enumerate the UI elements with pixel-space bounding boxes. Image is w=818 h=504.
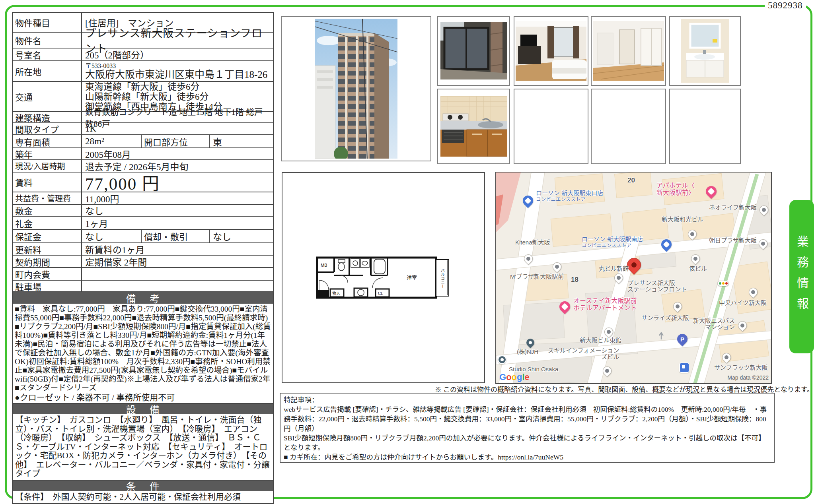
row-label: 所在地 [13, 61, 81, 81]
photo-empty-2 [591, 89, 666, 164]
postal-code: 〒533-0033 [85, 62, 116, 69]
photo-bedroom [514, 16, 588, 86]
table-row: 賃料 77,000 円 [13, 172, 273, 192]
row-label: 町内会費 [13, 268, 81, 280]
row-value: なし [81, 205, 273, 216]
row-label: 間取タイプ [13, 123, 81, 134]
map-label: 新大阪ビル東館 [580, 337, 621, 343]
map-pin-circle [498, 355, 506, 364]
storage-label: 物入 [332, 291, 340, 296]
balcony-label: バルコニー [440, 268, 444, 288]
map-label: 新大阪エスパスマンション [693, 318, 735, 330]
table-row: 契約期間 定期借家 2年間 [13, 255, 273, 267]
map-label: 俵ビル [689, 266, 707, 272]
row-label: 保証金 [13, 230, 81, 242]
table-row: 築年 2005年08月 [13, 147, 273, 159]
room-photo-illustration [593, 21, 664, 81]
map-label: 20 [627, 177, 635, 184]
map-label: (株)NJH [517, 349, 538, 355]
table-row: 町内会費 [13, 267, 273, 280]
map-label: サンライズ新大阪 [641, 315, 689, 321]
row-value: なし [81, 230, 141, 242]
document-id: 5892938 [765, 0, 806, 11]
row-label: 現況/入居時期 [13, 160, 81, 172]
access-line: 山陽新幹線「新大阪」徒歩6分 [85, 92, 209, 102]
property-table: 物件種目 [住居用] マンション 物件名 プレサンス新大阪ステーションフロント … [12, 12, 274, 504]
table-row: 敷金 なし [13, 204, 273, 216]
photo-empty-3 [669, 89, 741, 164]
entrance-photo-illustration [440, 22, 507, 79]
address-cell: 〒533-0033 大阪府大阪市東淀川区東中島１丁目18-26 [81, 61, 273, 81]
access-line: 東海道線「新大阪」徒歩6分 [85, 82, 200, 92]
map-label: 朝日プラザ新大阪 [709, 237, 757, 244]
row-value: 1K [81, 123, 273, 134]
photo-entrance [437, 16, 510, 86]
map-label: 丸ビル新館 [599, 266, 629, 272]
preview-url-link[interactable]: https://onl.la/7uuNeW5 [498, 453, 563, 461]
equipment-block: 【キッチン】 ガスコンロ 【水廻り】 風呂・トイレ・洗面台（独立）・バス・トイレ… [13, 414, 273, 480]
floor-area: 28m² [81, 135, 141, 147]
special-notes-p2: SBI少額短期保険月額800円・リブクラブ月額2,200円の加入が必要になります… [284, 433, 771, 452]
table-row: 駐車場 [13, 280, 273, 291]
table-row: 専有面積 28m² 開口部方位 東 [13, 134, 273, 147]
row-label: 専有面積 [13, 135, 81, 147]
bedroom-photo-illustration [516, 21, 586, 81]
google-logo: Google [499, 372, 530, 382]
table-row: 共益費・管理費 11,000円 [13, 192, 273, 204]
map-label: プレサンス新大阪ステーションフロント [627, 280, 687, 293]
row-label: 物件名 [13, 33, 81, 48]
floor-plan-box: バルコニー MB 洋室 物入 [282, 172, 485, 383]
table-row: 礼金 1ヶ月 [13, 216, 273, 229]
washbasin-photo-illustration [681, 19, 729, 83]
remarks-header: 備 考 [13, 291, 273, 304]
row-label: 物件種目 [13, 13, 81, 32]
special-notes-box: 特記事項： webサービス広告掲載 [要確認]・チラシ、雑誌等掲載広告 [要確認… [280, 393, 775, 463]
room-label: 洋室 [407, 275, 417, 281]
business-info-banner: 業務情報 [789, 200, 814, 353]
table-row: 保証金 なし 償却・敷引 なし [13, 229, 273, 242]
location-map: 2018ローソン 新大阪駅東口店コンビニエンスストアローソン 新大阪駅南店コンビ… [495, 172, 772, 384]
table-row: 建築構造 鉄骨鉄筋コンクリート造 地上15階 地下1階 総戸数86戸 [13, 111, 273, 122]
row-value: 鉄骨鉄筋コンクリート造 地上15階 地下1階 総戸数86戸 [81, 112, 273, 122]
row-label: 更新料 [13, 243, 81, 255]
map-label: ネオライフ新大阪 [709, 204, 757, 211]
row-value: 1ヶ月 [81, 217, 273, 229]
table-row: 物件名 プレサンス新大阪ステーションフロント [13, 32, 273, 48]
row-value: なし [209, 230, 273, 242]
row-value [81, 281, 273, 291]
special-notes-title: 特記事項： [284, 395, 771, 405]
row-label: 礼金 [13, 217, 81, 229]
remarks-extra: ●クローゼット / 楽器不可 / 事務所使用不可 [15, 393, 271, 402]
conditions-header: 条 件 [13, 480, 273, 491]
row-label: 賃料 [13, 173, 81, 192]
equipment-header: 設 備 [13, 403, 273, 414]
row-label: 建築構造 [13, 112, 81, 122]
map-label: アパホテル〈新大阪駅前〉 [656, 182, 695, 196]
map-label: ローソン 新大阪駅東口店コンビニエンスストア [536, 190, 603, 203]
address: 大阪府大阪市東淀川区東中島１丁目18-26 [85, 69, 267, 80]
map-label: Kitena新大阪 [515, 239, 550, 246]
map-pin-traffic [717, 281, 729, 286]
map-label: 中央ハイツ新大阪 [719, 300, 767, 306]
table-row: 更新料 新賃料の1ヶ月 [13, 242, 273, 255]
row-label: 開口部方位 [141, 135, 209, 147]
row-value: 2005年08月 [81, 148, 273, 159]
special-notes-p3: ■ カギ所在：内見をご希望の方は仲介向けサイトからお願いします。https://… [284, 452, 771, 462]
row-value [81, 268, 273, 280]
photo-empty-1 [514, 89, 588, 164]
row-label: 駐車場 [13, 281, 81, 291]
building-photo-illustration [315, 19, 397, 159]
row-label: 号室名 [13, 48, 81, 60]
map-label: スキルインフォメーションズビル [548, 347, 619, 360]
property-name: プレサンス新大阪ステーションフロント [81, 33, 273, 48]
row-value: 205（2階部分） [81, 48, 273, 60]
special-notes-p1: webサービス広告掲載 [要確認]・チラシ、雑誌等掲載広告 [要確認]・保証会社… [284, 405, 771, 433]
conditions-block: 【条件】 外国人契約可能・2人入居可能・保証会社利用必須 [13, 491, 273, 503]
opening-direction: 東 [209, 135, 273, 147]
photo-room [591, 16, 666, 86]
row-value: 11,000円 [81, 192, 273, 204]
row-label: 償却・敷引 [141, 230, 209, 242]
rent-amount: 77,000 円 [81, 173, 273, 192]
map-label: 18 [571, 277, 578, 283]
map-label: サンフラッツ新大阪 [714, 364, 768, 371]
